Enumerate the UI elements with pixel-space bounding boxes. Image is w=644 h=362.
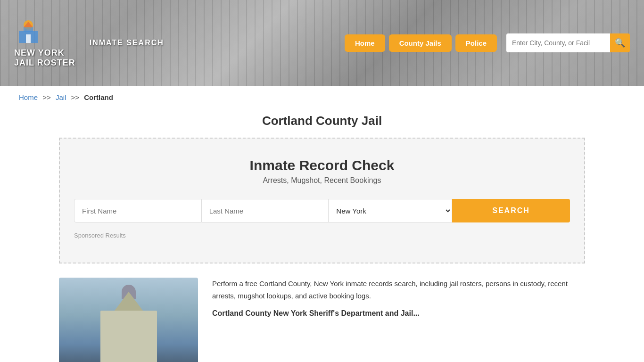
nav-home-button[interactable]: Home bbox=[345, 34, 385, 52]
inmate-search-form: AlabamaAlaskaArizonaArkansasCaliforniaCo… bbox=[74, 199, 570, 222]
first-name-input[interactable] bbox=[74, 199, 202, 222]
nav-area: Home County Jails Police bbox=[345, 34, 497, 52]
state-select[interactable]: AlabamaAlaskaArizonaArkansasCaliforniaCo… bbox=[329, 199, 452, 222]
bottom-section: Perform a free Cortland County, New York… bbox=[0, 278, 644, 362]
nav-county-jails-button[interactable]: County Jails bbox=[389, 34, 452, 52]
record-check-title: Inmate Record Check bbox=[74, 157, 570, 173]
nav-police-button[interactable]: Police bbox=[455, 34, 497, 52]
search-submit-button[interactable]: SEARCH bbox=[452, 199, 570, 222]
inmate-search-label: INMATE SEARCH bbox=[90, 39, 164, 47]
sponsored-results-label: Sponsored Results bbox=[74, 232, 570, 239]
breadcrumb-sep1: >> bbox=[42, 93, 51, 101]
last-name-input[interactable] bbox=[202, 199, 329, 222]
logo-line1: NEW YORK bbox=[14, 48, 65, 58]
site-header: NEW YORK JAIL ROSTER INMATE SEARCH Home … bbox=[0, 0, 644, 86]
search-icon: 🔍 bbox=[615, 38, 625, 48]
breadcrumb-jail-link[interactable]: Jail bbox=[56, 93, 66, 101]
svg-rect-2 bbox=[24, 27, 33, 32]
breadcrumb-current: Cortland bbox=[84, 93, 113, 101]
header-search-input[interactable] bbox=[506, 33, 610, 52]
header-content: NEW YORK JAIL ROSTER INMATE SEARCH Home … bbox=[0, 18, 644, 68]
record-check-box: Inmate Record Check Arrests, Mugshot, Re… bbox=[59, 138, 585, 263]
logo-icon bbox=[14, 18, 42, 46]
dome-icon bbox=[122, 285, 136, 299]
record-check-subtitle: Arrests, Mugshot, Recent Bookings bbox=[74, 176, 570, 185]
svg-rect-4 bbox=[26, 34, 31, 43]
building-image bbox=[59, 278, 198, 362]
breadcrumb-sep2: >> bbox=[71, 93, 80, 101]
description-text: Perform a free Cortland County, New York… bbox=[212, 278, 585, 302]
description-subtitle: Cortland County New York Sheriff's Depar… bbox=[212, 309, 585, 318]
logo-line2: JAIL ROSTER bbox=[14, 58, 75, 68]
page-title: Cortland County Jail bbox=[0, 114, 644, 128]
header-search-button[interactable]: 🔍 bbox=[610, 33, 630, 52]
header-search-area: 🔍 bbox=[506, 33, 630, 52]
breadcrumb: Home >> Jail >> Cortland bbox=[0, 86, 644, 109]
description-area: Perform a free Cortland County, New York… bbox=[212, 278, 585, 362]
breadcrumb-home-link[interactable]: Home bbox=[19, 93, 38, 101]
logo-area: NEW YORK JAIL ROSTER bbox=[14, 18, 75, 68]
